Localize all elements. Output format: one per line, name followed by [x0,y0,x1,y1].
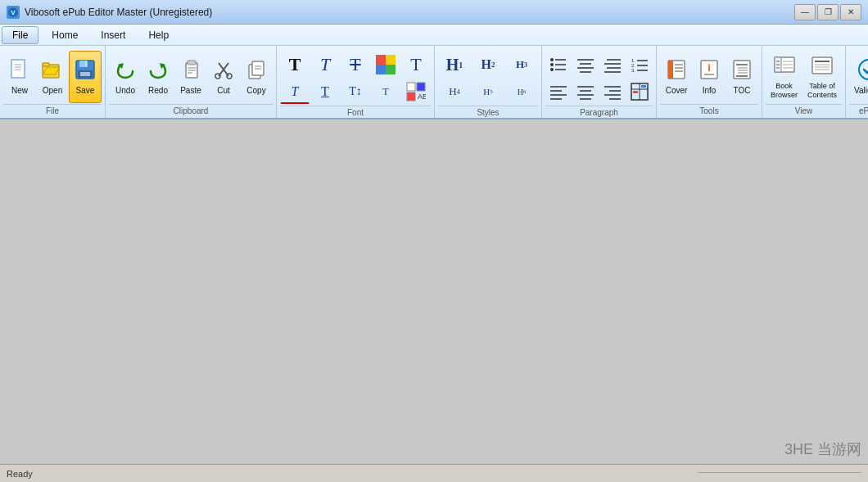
redo-icon [147,58,170,84]
copy-button[interactable]: Copy [240,51,273,103]
toc-label: TOC [734,86,751,95]
validate-icon [857,58,868,84]
undo-icon [114,58,137,84]
ribbon: New Open [0,46,868,119]
table-of-contents-button[interactable]: Table ofContents [802,51,842,103]
svg-rect-12 [80,72,90,76]
h1-button[interactable]: H1 [438,52,471,77]
book-browser-button[interactable]: BookBrowser [766,51,802,103]
svg-rect-31 [386,65,396,74]
list-numbered-button[interactable]: 1. 2. 3. [626,52,653,77]
redo-label: Redo [148,86,168,95]
close-button[interactable]: ✕ [840,4,861,20]
list-right-button[interactable] [599,52,626,77]
svg-text:i: i [708,61,711,74]
h5-button[interactable]: H5 [472,79,504,104]
svg-rect-7 [43,63,49,66]
svg-rect-95 [812,57,832,74]
cover-label: Cover [666,86,688,95]
svg-rect-29 [386,55,396,65]
list-bullet-button[interactable] [545,52,572,77]
ribbon-group-styles: H1 H2 H3 H4 H5 H6 Styles [435,46,542,118]
toc-button[interactable]: TOC [726,51,758,103]
font-strikethrough-button[interactable]: T [341,52,370,77]
svg-rect-72 [641,85,646,88]
font-underline-button[interactable]: T [310,79,340,104]
ribbon-group-epub: Validate ePub [846,46,868,118]
ribbon-group-file: New Open [0,46,106,118]
copy-label: Copy [246,86,265,95]
app-icon: V [7,6,20,19]
window-controls: — ❐ ✕ [794,4,861,20]
font-t5-button[interactable]: T [280,79,310,104]
redo-button[interactable]: Redo [142,51,174,103]
undo-button[interactable]: Undo [109,51,142,103]
svg-rect-10 [85,61,87,66]
validate-button[interactable]: Validate [849,51,868,103]
font-italic-button[interactable]: T [310,52,340,77]
info-label: Info [703,86,717,95]
undo-label: Undo [115,86,135,95]
svg-text:V: V [11,9,16,16]
save-label: Save [76,86,95,95]
list-center-button[interactable] [572,52,599,77]
open-button[interactable]: Open [36,51,69,103]
table-of-contents-icon [811,54,834,80]
font-color-button[interactable] [371,52,400,77]
align-table-button[interactable] [626,79,653,104]
open-label: Open [43,86,62,95]
ribbon-group-view: BookBrowser Table ofConte [762,46,846,118]
h4-button[interactable]: H4 [438,79,471,104]
h6-button[interactable]: H6 [505,79,538,104]
save-button[interactable]: Save [69,51,102,103]
status-text: Ready [7,469,33,479]
status-bar: Ready [0,464,868,482]
font-size-button[interactable]: T↕ [341,79,370,104]
svg-rect-2 [11,60,25,78]
font-small-button[interactable]: T [371,79,400,104]
cover-button[interactable]: Cover [660,51,693,103]
new-button[interactable]: New [3,51,36,103]
font-bg-button[interactable]: AB [401,79,431,104]
info-button[interactable]: i Info [693,51,726,103]
align-right-button[interactable] [599,79,626,104]
svg-rect-30 [376,65,386,74]
h2-button[interactable]: H2 [472,52,504,77]
align-left-button[interactable] [545,79,572,104]
table-of-contents-label: Table ofContents [807,82,837,100]
paragraph-group-label: Paragraph [545,106,653,119]
font-group-label: Font [280,106,431,119]
book-browser-icon [773,54,796,80]
validate-label: Validate [854,86,868,95]
svg-text:3.: 3. [631,68,635,73]
paste-button[interactable]: Paste [174,51,207,103]
align-center-button[interactable] [572,79,599,104]
save-icon [74,58,97,84]
view-group-label: View [766,104,842,118]
minimize-button[interactable]: — [794,4,816,20]
main-content [0,119,868,464]
svg-rect-16 [188,61,196,65]
epub-group-label: ePub [849,104,868,118]
menu-bar: File Home Insert Help [0,25,868,46]
menu-help[interactable]: Help [138,27,179,43]
svg-rect-34 [417,83,425,91]
styles-group-label: Styles [438,106,538,119]
svg-rect-71 [633,91,638,93]
paste-label: Paste [180,86,201,95]
menu-home[interactable]: Home [42,27,88,43]
paste-icon [179,58,202,84]
cut-button[interactable]: Cut [207,51,240,103]
menu-insert[interactable]: Insert [91,27,135,43]
menu-file[interactable]: File [2,26,38,44]
new-icon [8,58,31,84]
window-title: Vibosoft ePub Editor Master (Unregistere… [25,7,794,18]
svg-rect-74 [668,61,673,79]
font-bold-button[interactable]: T [280,52,310,77]
h3-button[interactable]: H3 [505,52,538,77]
svg-text:AB: AB [418,92,426,101]
svg-point-37 [550,63,554,66]
restore-button[interactable]: ❐ [817,4,839,20]
font-t4-button[interactable]: T [401,52,431,77]
cover-icon [665,58,688,84]
